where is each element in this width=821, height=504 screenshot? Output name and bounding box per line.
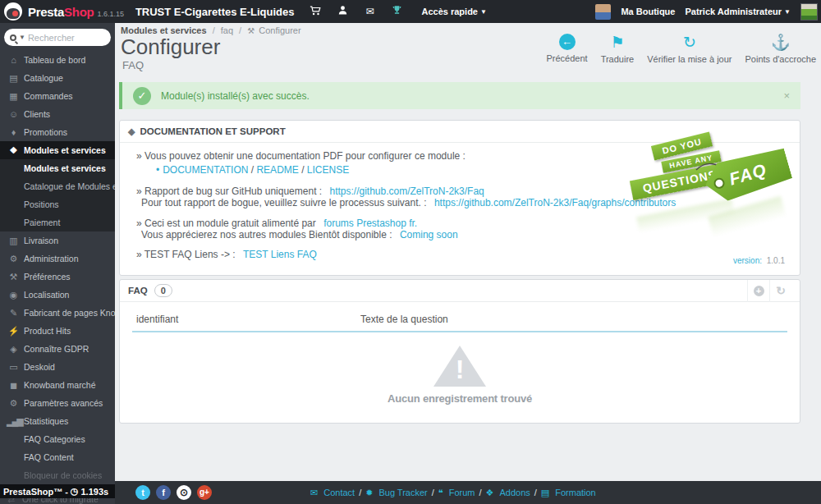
faq-table-panel: FAQ 0 + ↻ identifiant Texte de la questi… (119, 279, 800, 424)
sidebar-item-preferences[interactable]: ⚒Préférences (0, 268, 115, 286)
success-alert: ✓ Module(s) installé(s) avec succès. × (119, 82, 800, 109)
sidebar-item-statistiques[interactable]: ▂▄▆Statistiques (0, 412, 115, 430)
sidebar-item-connaitre-gdpr[interactable]: ◈Connaître GDPR (0, 340, 115, 358)
alert-message: Module(s) installé(s) avec succès. (161, 90, 310, 102)
faq-panel-title: FAQ (128, 286, 148, 296)
license-link[interactable]: LICENSE (307, 164, 349, 176)
googleplus-icon[interactable]: g+ (197, 485, 212, 500)
store-icon: ◼ (7, 380, 19, 391)
forum-link[interactable]: Forum (449, 488, 475, 497)
social-links: t f ⊙ g+ (135, 485, 212, 500)
sidebar-item-knowband-marche[interactable]: ◼Knowband marché (0, 376, 115, 394)
twitter-icon[interactable]: t (135, 485, 150, 500)
prestashop-load-time: PrestaShop™ - ◷ 1.193s (0, 484, 115, 498)
sidebar-item-fabricant-de-pages[interactable]: ✎Fabricant de pages Knowband (0, 304, 115, 322)
anchor-icon: ⚓ (771, 34, 791, 51)
sidebar-item-tableau-de-bord[interactable]: ⌂Tableau de bord (0, 51, 115, 69)
module-version: version: 1.0.1 (733, 256, 785, 265)
page-subtitle: FAQ (122, 59, 144, 71)
book-icon: ▤ (541, 488, 549, 498)
count-badge: 0 (154, 284, 172, 297)
sidebar-item-commandes[interactable]: ▦Commandes (0, 87, 115, 105)
store-link[interactable]: Ma Boutique (621, 7, 675, 16)
gear-icon: ⚙ (7, 254, 19, 264)
contact-link[interactable]: Contact (323, 488, 355, 497)
add-faq-button[interactable]: + (747, 280, 769, 302)
bug-tracker-link[interactable]: Bug Tracker (378, 488, 427, 497)
search-scope-caret-icon[interactable]: ▼ (19, 34, 25, 41)
globe-icon: ◉ (7, 290, 19, 300)
previous-button[interactable]: ← Précédent (546, 34, 587, 64)
faq-illustration: DO YOU HAVE ANY QUESTIONS? FAQ (626, 132, 790, 255)
sidebar-item-deskoid[interactable]: ▭Deskoid (0, 358, 115, 376)
forums-link[interactable]: forums Prestashop fr. (319, 218, 417, 229)
sidebar-item-localisation[interactable]: ◉Localisation (0, 286, 115, 304)
pencil-icon: ✎ (7, 308, 19, 318)
submenu-item-paiement[interactable]: Paiement (0, 213, 115, 231)
user-menu[interactable]: Patrick Administrateur ▼ (685, 7, 791, 16)
trophy-icon[interactable] (390, 5, 403, 18)
check-circle-icon: ✓ (133, 87, 151, 105)
quick-access-menu[interactable]: Accès rapide ▼ (421, 7, 486, 16)
sidebar-item-parametres-avances[interactable]: ⚙Paramètres avancés (0, 394, 115, 412)
submenu-item-catalogue-de-modules[interactable]: Catalogue de Modules et T… (0, 177, 115, 195)
flag-icon: ⚑ (610, 34, 624, 51)
close-icon[interactable]: × (783, 89, 790, 102)
mail-icon[interactable]: ✉ (363, 6, 376, 17)
arrow-left-icon: ← (559, 34, 576, 50)
submenu-item-modules-et-services[interactable]: Modules et services (0, 159, 115, 177)
sidebar-item-promotions[interactable]: ♦Promotions (0, 123, 115, 141)
facebook-icon[interactable]: f (156, 485, 171, 500)
hooks-button[interactable]: ⚓ Points d'accroche (745, 34, 816, 64)
avatar[interactable] (595, 4, 611, 20)
chat-icon: ❝ (438, 488, 443, 498)
sidebar-item-bloqueur-de-cookies[interactable]: Bloqueur de cookies (0, 466, 115, 484)
bug-icon: ✹ (365, 488, 373, 498)
sidebar-item-administration[interactable]: ⚙Administration (0, 250, 115, 268)
sidebar-item-modules-et-services[interactable]: ❖Modules et services (0, 141, 115, 159)
table-header-row: identifiant Texte de la question (132, 314, 787, 332)
gears-icon: ⚙ (7, 398, 19, 409)
sidebar-item-product-hits[interactable]: ⚡Product Hits (0, 322, 115, 340)
column-texte-question[interactable]: Texte de la question (360, 314, 448, 325)
tag-icon: ♦ (7, 127, 19, 137)
mail-icon: ✉ (310, 488, 318, 498)
check-update-button[interactable]: ↻ Vérifier la mise à jour (647, 34, 732, 64)
sidebar-item-livraison[interactable]: ▥Livraison (0, 231, 115, 250)
refresh-icon: ↻ (683, 34, 696, 51)
search-input[interactable] (28, 33, 92, 43)
shop-name-link[interactable]: TRUST E-Cigarettes E-Liquides (135, 6, 295, 18)
column-identifiant[interactable]: identifiant (132, 314, 360, 325)
page-title: Configurer (121, 34, 220, 60)
addons-link[interactable]: Addons (499, 488, 530, 497)
sidebar-item-faq-categories[interactable]: FAQ Categories (0, 430, 115, 448)
documentation-link[interactable]: DOCUMENTATION (163, 164, 248, 176)
refresh-list-button[interactable]: ↻ (769, 280, 791, 302)
shop-favicon-logo[interactable] (800, 3, 818, 21)
faq-panel-header: FAQ 0 + ↻ (120, 280, 800, 302)
sidebar-search[interactable]: ▼ (4, 29, 111, 46)
wrench-icon: ⚒ (247, 26, 255, 35)
sidebar-submenu-modules: Modules et services Catalogue de Modules… (0, 159, 115, 231)
wrench-icon: ⚒ (7, 272, 19, 282)
version-label: 1.6.1.15 (97, 10, 124, 18)
submenu-item-positions[interactable]: Positions (0, 195, 115, 213)
cart-icon[interactable] (309, 5, 322, 19)
employee-icon[interactable] (336, 5, 349, 18)
sidebar-item-clients[interactable]: ☺Clients (0, 105, 115, 123)
test-liens-faq-link[interactable]: TEST Liens FAQ (238, 249, 317, 260)
warning-triangle-icon: ! (433, 346, 486, 387)
formation-link[interactable]: Formation (555, 488, 596, 497)
github-icon[interactable]: ⊙ (177, 485, 191, 500)
chevron-down-icon: ▼ (784, 8, 791, 16)
sidebar-item-faq-content[interactable]: FAQ Content (0, 448, 115, 466)
footer-links: ✉ Contact / ✹ Bug Tracker / ❝ Forum / ❖ … (310, 488, 596, 498)
sidebar-menu-lower: ▥Livraison ⚙Administration ⚒Préférences … (0, 231, 115, 484)
footer-bar: t f ⊙ g+ ✉ Contact / ✹ Bug Tracker / ❝ F… (115, 481, 821, 504)
github-repo-link[interactable]: https://github.com/ZelTroN-2k3/Faq (324, 186, 484, 197)
sidebar-item-catalogue[interactable]: ▤Catalogue (0, 69, 115, 87)
translate-button[interactable]: ⚑ Traduire (601, 34, 635, 64)
readme-link[interactable]: README (256, 164, 298, 176)
monitor-icon: ▭ (7, 362, 19, 373)
coming-soon-link[interactable]: Coming soon (395, 229, 458, 241)
